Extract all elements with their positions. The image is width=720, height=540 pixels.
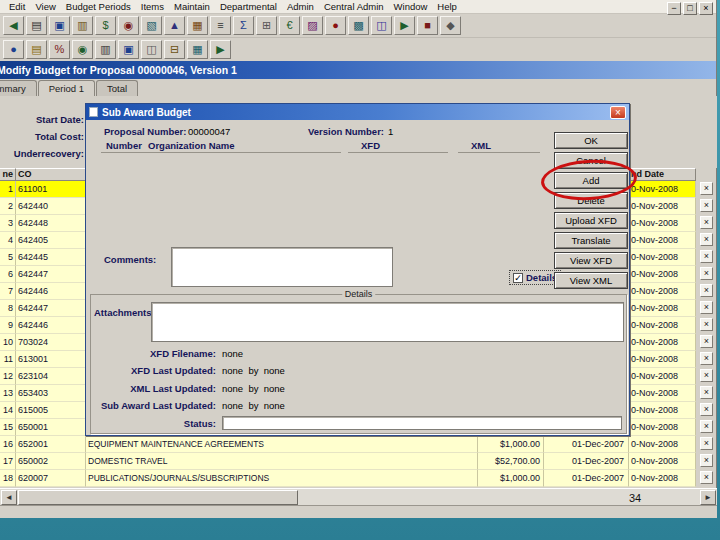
report-icon[interactable]: ▤: [26, 16, 47, 35]
cell-amount: $1,000.00: [478, 436, 544, 453]
ok-button[interactable]: OK: [554, 132, 628, 149]
dialog-field-row: XFD Filename:none: [91, 345, 626, 361]
close-icon[interactable]: ×: [610, 106, 626, 119]
delete-button[interactable]: Delete: [554, 192, 628, 209]
row-delete-icon[interactable]: ×: [700, 267, 713, 280]
forward-icon[interactable]: ▶: [394, 16, 415, 35]
restore-icon[interactable]: □: [683, 2, 697, 15]
row-delete-icon[interactable]: ×: [700, 182, 713, 195]
pattern-icon[interactable]: ▨: [302, 16, 323, 35]
row-delete-icon[interactable]: ×: [700, 369, 713, 382]
menu-help[interactable]: Help: [432, 1, 462, 12]
exit-icon[interactable]: ◆: [440, 16, 461, 35]
go-icon[interactable]: ▶: [210, 40, 231, 59]
table-row[interactable]: 16652001EQUIPMENT MAINTENANCE AGREEMENTS…: [0, 436, 698, 453]
row-delete-icon[interactable]: ×: [700, 454, 713, 467]
attachments-input[interactable]: [151, 302, 624, 342]
row-delete-icon[interactable]: ×: [700, 352, 713, 365]
menu-departmental[interactable]: Departmental: [215, 1, 282, 12]
grid-icon[interactable]: ▦: [187, 40, 208, 59]
cell-end-date: 0-Nov-2008: [629, 215, 696, 232]
percent-icon[interactable]: %: [49, 40, 70, 59]
window-icon[interactable]: ◫: [141, 40, 162, 59]
row-delete-icon[interactable]: ×: [700, 420, 713, 433]
header-line[interactable]: ne: [0, 168, 16, 181]
cell-cost-element: 652001: [16, 436, 86, 453]
record-icon[interactable]: ●: [325, 16, 346, 35]
save-icon[interactable]: ▣: [49, 16, 70, 35]
row-delete-icon[interactable]: ×: [700, 233, 713, 246]
sheet-icon[interactable]: ▥: [95, 40, 116, 59]
copy-icon[interactable]: ▥: [72, 16, 93, 35]
menu-items[interactable]: Items: [136, 1, 169, 12]
money-icon[interactable]: $: [95, 16, 116, 35]
budget-window-titlebar[interactable]: Modify Budget for Proposal 00000046, Ver…: [0, 61, 716, 79]
row-delete-icon[interactable]: ×: [700, 437, 713, 450]
globe-icon[interactable]: ●: [3, 40, 24, 59]
row-delete-icon[interactable]: ×: [700, 318, 713, 331]
tab-summary[interactable]: Summary: [0, 80, 37, 96]
header-end-date[interactable]: nd Date: [629, 168, 696, 181]
scroll-left-icon[interactable]: ◄: [1, 490, 17, 505]
globe-icon-glyph: ●: [10, 44, 17, 55]
row-delete-icon[interactable]: ×: [700, 199, 713, 212]
field-label: XML Last Updated:: [91, 383, 216, 394]
table-row[interactable]: 18620007PUBLICATIONS/JOURNALS/SUBSCRIPTI…: [0, 470, 698, 487]
row-delete-icon[interactable]: ×: [700, 301, 713, 314]
collapse-icon[interactable]: ⊟: [164, 40, 185, 59]
table-row[interactable]: 17650002DOMESTIC TRAVEL$52,700.0001-Dec-…: [0, 453, 698, 470]
add-button[interactable]: Add: [554, 172, 628, 189]
chart-icon[interactable]: ▧: [141, 16, 162, 35]
back-icon[interactable]: ◀: [3, 16, 24, 35]
menu-window[interactable]: Window: [389, 1, 433, 12]
menu-maintain[interactable]: Maintain: [169, 1, 215, 12]
translate-button[interactable]: Translate: [554, 232, 628, 249]
minimize-icon[interactable]: −: [667, 2, 681, 15]
menu-bar: EditViewBudget PeriodsItemsMaintainDepar…: [0, 0, 716, 14]
menu-view[interactable]: View: [30, 1, 60, 12]
columns-icon[interactable]: ◫: [371, 16, 392, 35]
toolbar-row-2: ●▤%◉▥▣◫⊟▦▶: [0, 38, 716, 60]
list-icon[interactable]: ≡: [210, 16, 231, 35]
disk-icon[interactable]: ▣: [118, 40, 139, 59]
close-icon[interactable]: ×: [699, 2, 713, 15]
note-icon[interactable]: ▤: [26, 40, 47, 59]
up-icon[interactable]: ▲: [164, 16, 185, 35]
cancel-button[interactable]: Cancel: [554, 152, 628, 169]
view-xfd-button[interactable]: View XFD: [554, 252, 628, 269]
tab-total[interactable]: Total: [96, 80, 138, 96]
header-cost-element[interactable]: CO: [16, 168, 86, 181]
user-icon[interactable]: ◉: [118, 16, 139, 35]
menu-admin[interactable]: Admin: [282, 1, 319, 12]
column-number: Number: [106, 140, 142, 151]
refresh-icon[interactable]: ◉: [72, 40, 93, 59]
sum-icon[interactable]: Σ: [233, 16, 254, 35]
menu-central-admin[interactable]: Central Admin: [319, 1, 389, 12]
dense-grid-icon[interactable]: ▩: [348, 16, 369, 35]
calculator-icon[interactable]: ⊞: [256, 16, 277, 35]
stop-icon[interactable]: ■: [417, 16, 438, 35]
row-delete-icon[interactable]: ×: [700, 284, 713, 297]
euro-icon[interactable]: €: [279, 16, 300, 35]
tab-period-1[interactable]: Period 1: [38, 80, 95, 96]
status-field[interactable]: [222, 416, 622, 430]
row-delete-icon[interactable]: ×: [700, 335, 713, 348]
row-delete-icon[interactable]: ×: [700, 403, 713, 416]
scrollbar-thumb[interactable]: [18, 490, 298, 505]
menu-edit[interactable]: Edit: [4, 1, 30, 12]
row-delete-icon[interactable]: ×: [700, 216, 713, 229]
cell-end-date: 0-Nov-2008: [629, 300, 696, 317]
menu-budget-periods[interactable]: Budget Periods: [61, 1, 136, 12]
row-delete-icon[interactable]: ×: [700, 386, 713, 399]
row-delete-icon[interactable]: ×: [700, 471, 713, 484]
horizontal-scrollbar[interactable]: ◄ ►: [0, 488, 717, 505]
comments-input[interactable]: [171, 247, 393, 287]
cell-line-number: 5: [0, 249, 16, 266]
cell-cost-element: 703024: [16, 334, 86, 351]
dialog-titlebar[interactable]: Sub Award Budget: [86, 104, 629, 120]
scroll-right-icon[interactable]: ►: [700, 490, 716, 505]
calendar-icon[interactable]: ▦: [187, 16, 208, 35]
view-xml-button[interactable]: View XML: [554, 272, 628, 289]
upload-xfd-button[interactable]: Upload XFD: [554, 212, 628, 229]
row-delete-icon[interactable]: ×: [700, 250, 713, 263]
